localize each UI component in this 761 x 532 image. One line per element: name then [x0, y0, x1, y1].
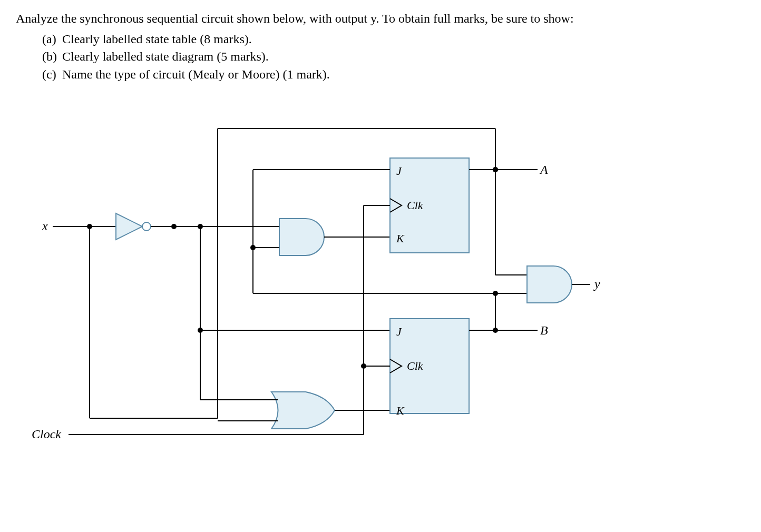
part-a-label: (a)	[42, 31, 59, 47]
part-c-label: (c)	[42, 66, 59, 83]
svg-point-42	[250, 245, 256, 250]
and-gate-y	[527, 266, 572, 303]
or-gate-kb	[271, 392, 335, 429]
part-b-label: (b)	[42, 48, 59, 65]
label-B: B	[540, 323, 548, 337]
label-y: y	[593, 277, 600, 291]
svg-point-2	[142, 222, 151, 231]
svg-text:K: K	[396, 404, 405, 417]
svg-text:Clk: Clk	[407, 359, 424, 372]
parts-list: (a) Clearly labelled state table (8 mark…	[42, 31, 745, 83]
flipflop-A: J Clk K	[390, 158, 469, 253]
not-gate	[116, 213, 151, 240]
question-intro: Analyze the synchronous sequential circu…	[16, 11, 745, 27]
label-x: x	[42, 219, 48, 233]
part-a-text: Clearly labelled state table (8 marks).	[62, 32, 252, 46]
label-A: A	[539, 163, 548, 176]
part-b-text: Clearly labelled state diagram (5 marks)…	[62, 50, 269, 63]
circuit-diagram: x	[32, 98, 611, 457]
svg-text:Clk: Clk	[407, 199, 424, 212]
svg-text:J: J	[396, 325, 402, 338]
svg-point-7	[198, 328, 203, 333]
and-gate-ka	[279, 219, 324, 255]
svg-text:K: K	[396, 232, 405, 245]
svg-point-34	[493, 167, 498, 172]
part-a: (a) Clearly labelled state table (8 mark…	[42, 31, 745, 47]
svg-point-40	[493, 291, 498, 296]
label-clock: Clock	[32, 427, 61, 441]
part-c-text: Name the type of circuit (Mealy or Moore…	[62, 67, 330, 81]
flipflop-B: J Clk K	[390, 319, 469, 417]
circuit-svg: x	[32, 98, 611, 457]
part-c: (c) Name the type of circuit (Mealy or M…	[42, 66, 745, 83]
part-b: (b) Clearly labelled state diagram (5 ma…	[42, 48, 745, 65]
svg-text:J: J	[396, 164, 402, 178]
